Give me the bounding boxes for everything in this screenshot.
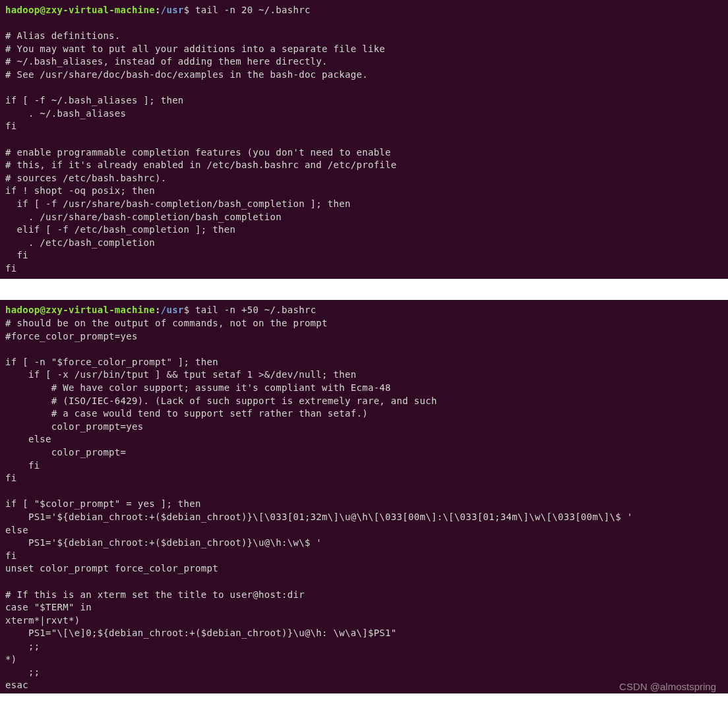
prompt-colon: :	[155, 5, 161, 15]
command-input-1[interactable]: tail -n 20 ~/.bashrc	[195, 5, 311, 15]
prompt-user: hadoop	[5, 305, 40, 315]
prompt-at: @	[40, 5, 46, 15]
prompt-path: /usr	[161, 5, 184, 15]
prompt-dollar: $	[184, 305, 190, 315]
prompt-path: /usr	[161, 305, 184, 315]
prompt-colon: :	[155, 305, 161, 315]
command-input-2[interactable]: tail -n +50 ~/.bashrc	[195, 305, 316, 315]
prompt-host: zxy-virtual-machine	[46, 305, 155, 315]
command-output-1: # Alias definitions. # You may want to p…	[5, 30, 397, 274]
terminal-window-2[interactable]: hadoop@zxy-virtual-machine:/usr$ tail -n…	[0, 300, 728, 693]
command-output-2: # should be on the output of commands, n…	[5, 318, 632, 690]
terminal-window-1[interactable]: hadoop@zxy-virtual-machine:/usr$ tail -n…	[0, 0, 728, 279]
prompt-host: zxy-virtual-machine	[46, 5, 155, 15]
prompt-user: hadoop	[5, 5, 40, 15]
prompt-at: @	[40, 305, 46, 315]
prompt-dollar: $	[184, 5, 190, 15]
